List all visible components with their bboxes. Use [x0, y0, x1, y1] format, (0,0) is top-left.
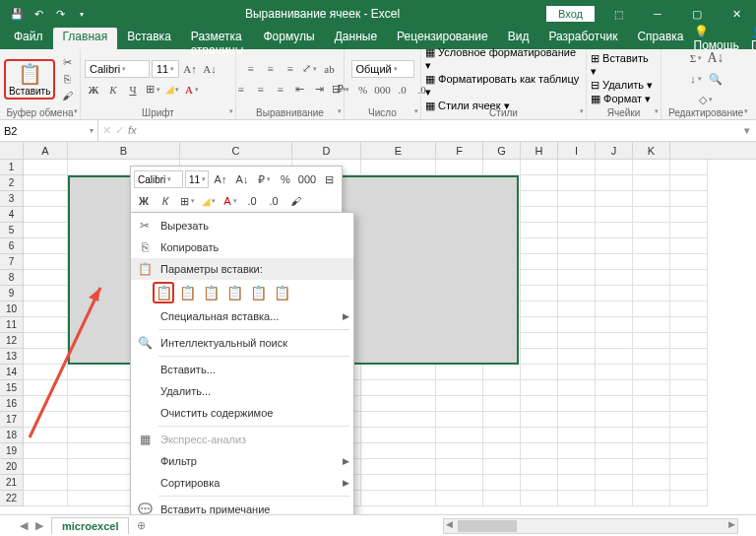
decrease-indent-icon[interactable]: ⇤	[291, 81, 309, 99]
cm-insert[interactable]: Вставить...	[131, 359, 353, 380]
mini-increase-decimal-icon[interactable]: .0	[264, 191, 284, 211]
border-icon[interactable]: ⊞	[144, 81, 161, 99]
row-header[interactable]: 5	[0, 223, 24, 238]
row-header[interactable]: 7	[0, 254, 24, 270]
find-icon[interactable]: 🔍	[707, 70, 724, 88]
row-header[interactable]: 3	[0, 191, 24, 207]
enter-formula-icon[interactable]: ✓	[115, 124, 124, 137]
col-header[interactable]: H	[521, 142, 558, 159]
col-header[interactable]: B	[68, 142, 180, 159]
col-header[interactable]: J	[596, 142, 633, 159]
cut-icon[interactable]: ✂	[58, 54, 76, 70]
mini-decrease-decimal-icon[interactable]: .0	[242, 191, 262, 211]
tab-help[interactable]: Справка	[627, 28, 693, 49]
col-header[interactable]: D	[292, 142, 361, 159]
cm-cut[interactable]: ✂Вырезать	[131, 215, 353, 236]
ribbon-options-icon[interactable]: ⬚	[598, 0, 638, 28]
mini-currency-icon[interactable]: ₽	[254, 169, 274, 189]
increase-decimal-icon[interactable]: .0	[394, 81, 411, 99]
tab-data[interactable]: Данные	[325, 28, 387, 49]
tab-file[interactable]: Файл	[4, 28, 53, 49]
paste-opt-transpose[interactable]: 📋	[223, 282, 245, 303]
expand-formula-icon[interactable]: ▾	[738, 124, 756, 137]
mini-merge-icon[interactable]: ⊟	[319, 169, 339, 189]
format-painter-icon[interactable]: 🖌	[58, 88, 76, 103]
paste-opt-formulas[interactable]: 📋	[200, 282, 221, 303]
fill-color-icon[interactable]: ◢	[163, 81, 181, 99]
conditional-formatting-button[interactable]: ▦ Условное форматирование ▾	[425, 46, 582, 72]
align-middle-icon[interactable]: ≡	[262, 60, 280, 78]
row-header[interactable]: 12	[0, 333, 24, 349]
cm-filter[interactable]: Фильтр▶	[131, 450, 353, 472]
select-all-corner[interactable]	[0, 142, 24, 159]
mini-border-icon[interactable]: ⊞	[177, 191, 197, 211]
row-header[interactable]: 20	[0, 459, 24, 475]
clear-icon[interactable]: ◇	[697, 91, 715, 108]
row-header[interactable]: 1	[0, 160, 24, 175]
underline-icon[interactable]: Ч	[124, 81, 142, 99]
horizontal-scrollbar[interactable]: ◀ ▶	[443, 518, 738, 534]
row-header[interactable]: 9	[0, 286, 24, 302]
paste-button[interactable]: 📋 Вставить	[4, 59, 55, 100]
orientation-icon[interactable]: ⤢	[301, 60, 319, 78]
row-header[interactable]: 11	[0, 317, 24, 333]
autosum-icon[interactable]: Σ	[687, 49, 705, 67]
cm-paste-special[interactable]: Специальная вставка...▶	[131, 305, 353, 327]
cm-sort[interactable]: Сортировка▶	[131, 472, 353, 494]
mini-percent-icon[interactable]: %	[276, 169, 295, 189]
row-header[interactable]: 22	[0, 491, 24, 506]
col-header[interactable]: G	[483, 142, 521, 159]
mini-comma-icon[interactable]: 000	[297, 169, 317, 189]
mini-italic-icon[interactable]: К	[156, 191, 175, 211]
wrap-text-icon[interactable]: ab	[321, 60, 339, 78]
mini-bold-icon[interactable]: Ж	[134, 191, 154, 211]
mini-font-size[interactable]: 11	[185, 170, 209, 188]
sheet-nav-prev-icon[interactable]: ◀	[20, 519, 28, 532]
mini-decrease-font-icon[interactable]: A↓	[232, 169, 252, 189]
cm-clear[interactable]: Очистить содержимое	[131, 402, 353, 424]
cm-copy[interactable]: ⎘Копировать	[131, 236, 353, 258]
align-center-icon[interactable]: ≡	[252, 81, 270, 99]
italic-icon[interactable]: К	[104, 81, 122, 99]
bold-icon[interactable]: Ж	[85, 81, 102, 99]
redo-icon[interactable]: ↷	[49, 3, 71, 25]
row-header[interactable]: 6	[0, 238, 24, 254]
col-header[interactable]: I	[558, 142, 596, 159]
font-name-select[interactable]: Calibri	[85, 60, 150, 78]
comma-icon[interactable]: 000	[374, 81, 392, 99]
row-header[interactable]: 16	[0, 396, 24, 412]
paste-opt-values[interactable]: 📋	[176, 282, 198, 303]
col-header[interactable]: K	[633, 142, 670, 159]
paste-opt-link[interactable]: 📋	[271, 282, 292, 303]
col-header[interactable]: C	[180, 142, 292, 159]
font-size-select[interactable]: 11	[152, 60, 179, 78]
cancel-formula-icon[interactable]: ✕	[102, 124, 111, 137]
align-bottom-icon[interactable]: ≡	[282, 60, 299, 78]
row-header[interactable]: 17	[0, 412, 24, 428]
sheet-nav-next-icon[interactable]: ▶	[35, 519, 43, 532]
tab-insert[interactable]: Вставка	[117, 28, 181, 49]
name-box[interactable]: B2▾	[0, 120, 98, 141]
cm-smart-lookup[interactable]: 🔍Интеллектуальный поиск	[131, 332, 353, 354]
row-header[interactable]: 18	[0, 428, 24, 443]
mini-format-painter-icon[interactable]: 🖌	[285, 191, 305, 211]
currency-icon[interactable]: ₽	[335, 81, 352, 99]
tab-home[interactable]: Главная	[53, 28, 118, 49]
col-header[interactable]: E	[361, 142, 436, 159]
insert-cells-button[interactable]: ⊞ Вставить ▾	[591, 52, 657, 78]
save-icon[interactable]: 💾	[6, 3, 28, 25]
row-header[interactable]: 15	[0, 380, 24, 396]
mini-font-name[interactable]: Calibri	[134, 170, 183, 188]
row-header[interactable]: 8	[0, 270, 24, 286]
mini-increase-font-icon[interactable]: A↑	[211, 169, 230, 189]
decrease-font-icon[interactable]: A↓	[201, 60, 219, 78]
maximize-icon[interactable]: ▢	[677, 0, 717, 28]
qat-more-icon[interactable]: ▾	[71, 3, 93, 25]
new-sheet-icon[interactable]: ⊕	[137, 519, 146, 532]
mini-font-color-icon[interactable]: A	[220, 191, 240, 211]
col-header[interactable]: F	[436, 142, 483, 159]
align-top-icon[interactable]: ≡	[242, 60, 260, 78]
cm-comment[interactable]: 💬Вставить примечание	[131, 499, 353, 514]
sort-filter-icon[interactable]: A↓	[707, 49, 724, 67]
cm-delete[interactable]: Удалить...	[131, 380, 353, 402]
